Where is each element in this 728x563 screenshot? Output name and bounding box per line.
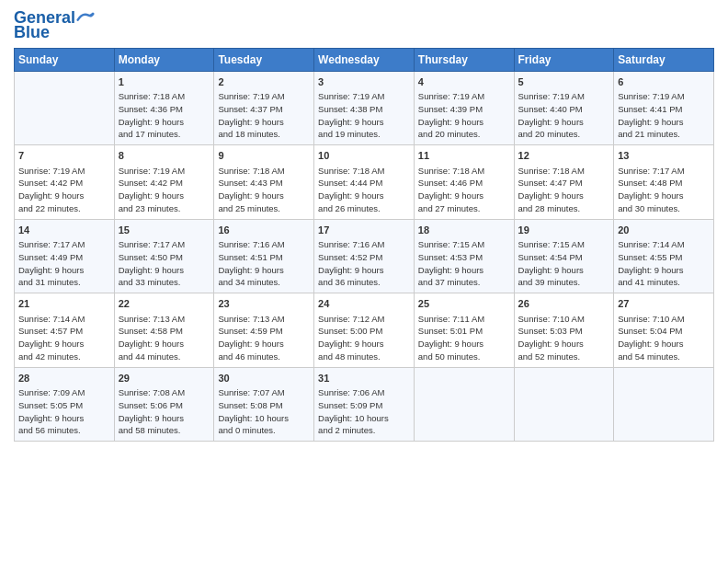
day-number: 1 bbox=[119, 75, 210, 89]
day-details: Sunrise: 7:15 AMSunset: 4:53 PMDaylight:… bbox=[418, 238, 510, 289]
column-header-tuesday: Tuesday bbox=[214, 48, 314, 71]
day-details: Sunrise: 7:07 AMSunset: 5:08 PMDaylight:… bbox=[218, 386, 310, 437]
day-details: Sunrise: 7:18 AMSunset: 4:36 PMDaylight:… bbox=[119, 90, 210, 141]
week-row-3: 14Sunrise: 7:17 AMSunset: 4:49 PMDayligh… bbox=[15, 219, 714, 293]
day-number: 14 bbox=[18, 224, 110, 237]
day-details: Sunrise: 7:14 AMSunset: 4:57 PMDaylight:… bbox=[18, 313, 110, 363]
column-header-friday: Friday bbox=[514, 48, 614, 71]
day-number: 15 bbox=[119, 224, 210, 237]
day-cell: 20Sunrise: 7:14 AMSunset: 4:55 PMDayligh… bbox=[614, 219, 714, 293]
day-number: 6 bbox=[618, 75, 710, 89]
day-details: Sunrise: 7:06 AMSunset: 5:09 PMDaylight:… bbox=[318, 386, 410, 437]
column-headers: SundayMondayTuesdayWednesdayThursdayFrid… bbox=[15, 48, 714, 71]
day-cell: 29Sunrise: 7:08 AMSunset: 5:06 PMDayligh… bbox=[114, 367, 214, 441]
day-details: Sunrise: 7:19 AMSunset: 4:40 PMDaylight:… bbox=[518, 90, 610, 141]
day-number: 11 bbox=[418, 149, 510, 163]
logo: General Blue bbox=[14, 9, 95, 42]
day-cell: 30Sunrise: 7:07 AMSunset: 5:08 PMDayligh… bbox=[214, 367, 314, 441]
day-number: 3 bbox=[318, 75, 410, 89]
day-cell: 3Sunrise: 7:19 AMSunset: 4:38 PMDaylight… bbox=[314, 71, 415, 144]
day-number: 13 bbox=[618, 149, 710, 163]
day-cell: 31Sunrise: 7:06 AMSunset: 5:09 PMDayligh… bbox=[314, 367, 415, 441]
day-cell: 7Sunrise: 7:19 AMSunset: 4:42 PMDaylight… bbox=[15, 145, 115, 219]
day-details: Sunrise: 7:19 AMSunset: 4:37 PMDaylight:… bbox=[218, 90, 310, 141]
column-header-monday: Monday bbox=[114, 48, 214, 71]
day-number: 18 bbox=[418, 224, 510, 237]
day-number: 16 bbox=[218, 224, 310, 237]
day-details: Sunrise: 7:09 AMSunset: 5:05 PMDaylight:… bbox=[18, 386, 110, 437]
day-cell: 19Sunrise: 7:15 AMSunset: 4:54 PMDayligh… bbox=[514, 219, 614, 293]
day-details: Sunrise: 7:11 AMSunset: 5:01 PMDaylight:… bbox=[418, 313, 510, 363]
day-number: 7 bbox=[18, 149, 110, 163]
day-number: 19 bbox=[518, 224, 610, 237]
day-cell: 13Sunrise: 7:17 AMSunset: 4:48 PMDayligh… bbox=[614, 145, 714, 219]
day-details: Sunrise: 7:17 AMSunset: 4:50 PMDaylight:… bbox=[119, 238, 210, 289]
day-cell: 17Sunrise: 7:16 AMSunset: 4:52 PMDayligh… bbox=[314, 219, 415, 293]
day-details: Sunrise: 7:18 AMSunset: 4:43 PMDaylight:… bbox=[218, 165, 310, 215]
day-details: Sunrise: 7:10 AMSunset: 5:04 PMDaylight:… bbox=[618, 313, 710, 363]
day-cell: 25Sunrise: 7:11 AMSunset: 5:01 PMDayligh… bbox=[414, 293, 514, 367]
day-cell: 16Sunrise: 7:16 AMSunset: 4:51 PMDayligh… bbox=[214, 219, 314, 293]
day-details: Sunrise: 7:08 AMSunset: 5:06 PMDaylight:… bbox=[119, 386, 210, 437]
page-container: General Blue SundayMondayTuesdayWednesda… bbox=[0, 0, 728, 451]
day-cell: 4Sunrise: 7:19 AMSunset: 4:39 PMDaylight… bbox=[414, 71, 514, 144]
column-header-wednesday: Wednesday bbox=[314, 48, 415, 71]
day-cell: 8Sunrise: 7:19 AMSunset: 4:42 PMDaylight… bbox=[114, 145, 214, 219]
day-cell: 2Sunrise: 7:19 AMSunset: 4:37 PMDaylight… bbox=[214, 71, 314, 144]
day-cell: 1Sunrise: 7:18 AMSunset: 4:36 PMDaylight… bbox=[114, 71, 214, 144]
day-number: 29 bbox=[119, 372, 210, 385]
day-cell: 18Sunrise: 7:15 AMSunset: 4:53 PMDayligh… bbox=[414, 219, 514, 293]
day-number: 26 bbox=[518, 297, 610, 311]
day-details: Sunrise: 7:12 AMSunset: 5:00 PMDaylight:… bbox=[318, 313, 410, 363]
day-cell: 22Sunrise: 7:13 AMSunset: 4:58 PMDayligh… bbox=[114, 293, 214, 367]
day-details: Sunrise: 7:15 AMSunset: 4:54 PMDaylight:… bbox=[518, 238, 610, 289]
day-number: 9 bbox=[218, 149, 310, 163]
day-details: Sunrise: 7:17 AMSunset: 4:49 PMDaylight:… bbox=[18, 238, 110, 289]
day-details: Sunrise: 7:18 AMSunset: 4:47 PMDaylight:… bbox=[518, 165, 610, 215]
day-number: 10 bbox=[318, 149, 410, 163]
day-details: Sunrise: 7:17 AMSunset: 4:48 PMDaylight:… bbox=[618, 165, 710, 215]
day-number: 2 bbox=[218, 75, 310, 89]
day-cell bbox=[414, 367, 514, 441]
day-cell: 10Sunrise: 7:18 AMSunset: 4:44 PMDayligh… bbox=[314, 145, 415, 219]
day-number: 4 bbox=[418, 75, 510, 89]
day-cell: 28Sunrise: 7:09 AMSunset: 5:05 PMDayligh… bbox=[15, 367, 115, 441]
day-cell: 5Sunrise: 7:19 AMSunset: 4:40 PMDaylight… bbox=[514, 71, 614, 144]
day-cell: 27Sunrise: 7:10 AMSunset: 5:04 PMDayligh… bbox=[614, 293, 714, 367]
day-details: Sunrise: 7:16 AMSunset: 4:51 PMDaylight:… bbox=[218, 238, 310, 289]
header: General Blue bbox=[14, 9, 714, 42]
day-cell bbox=[15, 71, 115, 144]
day-number: 28 bbox=[18, 372, 110, 385]
day-cell bbox=[514, 367, 614, 441]
day-details: Sunrise: 7:16 AMSunset: 4:52 PMDaylight:… bbox=[318, 238, 410, 289]
column-header-sunday: Sunday bbox=[15, 48, 115, 71]
day-number: 5 bbox=[518, 75, 610, 89]
day-cell: 11Sunrise: 7:18 AMSunset: 4:46 PMDayligh… bbox=[414, 145, 514, 219]
day-cell: 6Sunrise: 7:19 AMSunset: 4:41 PMDaylight… bbox=[614, 71, 714, 144]
logo-icon bbox=[76, 9, 95, 28]
day-details: Sunrise: 7:19 AMSunset: 4:42 PMDaylight:… bbox=[18, 165, 110, 215]
day-number: 23 bbox=[218, 297, 310, 311]
week-row-4: 21Sunrise: 7:14 AMSunset: 4:57 PMDayligh… bbox=[15, 293, 714, 367]
week-row-5: 28Sunrise: 7:09 AMSunset: 5:05 PMDayligh… bbox=[15, 367, 714, 441]
day-cell: 14Sunrise: 7:17 AMSunset: 4:49 PMDayligh… bbox=[15, 219, 115, 293]
column-header-thursday: Thursday bbox=[414, 48, 514, 71]
day-number: 31 bbox=[318, 372, 410, 385]
day-cell: 21Sunrise: 7:14 AMSunset: 4:57 PMDayligh… bbox=[15, 293, 115, 367]
day-number: 21 bbox=[18, 297, 110, 311]
column-header-saturday: Saturday bbox=[614, 48, 714, 71]
day-details: Sunrise: 7:19 AMSunset: 4:39 PMDaylight:… bbox=[418, 90, 510, 141]
day-details: Sunrise: 7:18 AMSunset: 4:46 PMDaylight:… bbox=[418, 165, 510, 215]
day-cell: 23Sunrise: 7:13 AMSunset: 4:59 PMDayligh… bbox=[214, 293, 314, 367]
day-cell bbox=[614, 367, 714, 441]
day-details: Sunrise: 7:19 AMSunset: 4:41 PMDaylight:… bbox=[618, 90, 710, 141]
day-details: Sunrise: 7:18 AMSunset: 4:44 PMDaylight:… bbox=[318, 165, 410, 215]
day-cell: 9Sunrise: 7:18 AMSunset: 4:43 PMDaylight… bbox=[214, 145, 314, 219]
day-cell: 15Sunrise: 7:17 AMSunset: 4:50 PMDayligh… bbox=[114, 219, 214, 293]
week-row-2: 7Sunrise: 7:19 AMSunset: 4:42 PMDaylight… bbox=[15, 145, 714, 219]
day-details: Sunrise: 7:14 AMSunset: 4:55 PMDaylight:… bbox=[618, 238, 710, 289]
day-cell: 12Sunrise: 7:18 AMSunset: 4:47 PMDayligh… bbox=[514, 145, 614, 219]
day-number: 25 bbox=[418, 297, 510, 311]
day-details: Sunrise: 7:19 AMSunset: 4:38 PMDaylight:… bbox=[318, 90, 410, 141]
day-cell: 26Sunrise: 7:10 AMSunset: 5:03 PMDayligh… bbox=[514, 293, 614, 367]
